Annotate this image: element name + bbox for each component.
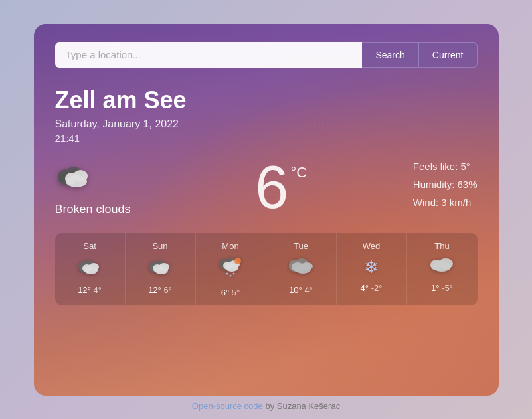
temperature-display: 6 °C	[255, 157, 288, 217]
svg-point-36	[438, 258, 453, 269]
forecast-day-sun: Sun 12° 6°	[126, 233, 196, 305]
svg-point-27	[233, 272, 235, 274]
open-source-link[interactable]: Open-source code	[192, 401, 263, 411]
weather-left: Broken clouds	[55, 157, 131, 216]
forecast-day-tue: Tue 10° 4°	[266, 233, 337, 305]
location-input[interactable]	[55, 42, 363, 68]
forecast-temps-sat: 12° 4°	[78, 285, 102, 295]
forecast-day-sat: Sat 12° 4°	[55, 233, 126, 305]
feels-like: Feels like: 5°	[413, 157, 478, 175]
weather-main: Broken clouds 6 °C Feels like: 5° Humidi…	[55, 157, 478, 217]
svg-point-26	[230, 274, 232, 276]
footer-by: by Suzana Kešerac	[263, 401, 340, 411]
forecast-day-label: Sun	[152, 241, 167, 251]
forecast-temps-thu: 1° -5°	[431, 283, 453, 293]
forecast-icon-thu	[430, 256, 455, 278]
svg-point-17	[159, 263, 169, 271]
weather-details: Feels like: 5° Humidity: 63% Wind: 3 km/…	[413, 157, 478, 211]
forecast-icon-wed: ❄	[364, 256, 379, 278]
svg-point-25	[226, 272, 228, 274]
forecast-day-label: Mon	[222, 241, 238, 251]
weather-time: 21:41	[55, 133, 478, 144]
svg-point-33	[301, 262, 313, 270]
forecast-temps-tue: 10° 4°	[289, 285, 313, 295]
weather-date: Saturday, January 1, 2022	[55, 118, 478, 130]
forecast-icon-tue	[288, 256, 313, 280]
forecast-day-mon: Mon 6° 5°	[196, 233, 266, 305]
weather-description: Broken clouds	[55, 203, 131, 216]
weather-icon-main	[55, 157, 95, 197]
forecast-day-thu: Thu 1° -5°	[407, 233, 478, 305]
forecast-temps-wed: 4° -2°	[361, 283, 383, 293]
humidity: Humidity: 63%	[413, 175, 478, 193]
search-bar: Search Current	[55, 42, 478, 68]
footer: Open-source code by Suzana Kešerac	[0, 401, 532, 411]
search-button[interactable]: Search	[362, 42, 418, 68]
forecast-icon-sat	[77, 256, 102, 280]
weather-card: Search Current Zell am See Saturday, Jan…	[34, 24, 499, 396]
current-location-button[interactable]: Current	[418, 42, 478, 68]
forecast-day-label: Sat	[83, 241, 96, 251]
forecast-temps-sun: 12° 6°	[148, 285, 172, 295]
wind: Wind: 3 km/h	[413, 193, 478, 211]
forecast-icon-mon	[218, 256, 243, 282]
forecast-icon-sun	[147, 256, 173, 280]
forecast-day-label: Wed	[363, 241, 381, 251]
svg-point-11	[88, 263, 99, 271]
forecast-day-wed: Wed ❄ 4° -2°	[337, 233, 407, 305]
svg-point-5	[73, 170, 88, 182]
city-name: Zell am See	[55, 86, 478, 114]
svg-point-24	[234, 258, 241, 264]
forecast-grid: Sat 12° 4° Sun	[55, 233, 478, 305]
forecast-temps-mon: 6° 5°	[221, 288, 240, 297]
forecast-day-label: Tue	[294, 241, 308, 251]
forecast-day-label: Thu	[434, 241, 449, 251]
